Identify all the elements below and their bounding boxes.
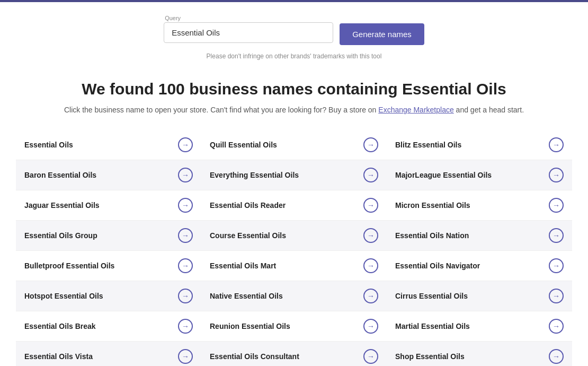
list-item[interactable]: Martial Essential Oils→ [387, 311, 572, 342]
arrow-right-icon: → [363, 289, 378, 303]
arrow-right-icon: → [178, 198, 193, 213]
results-header: We found 100 business names containing E… [0, 64, 588, 119]
arrow-right-icon: → [178, 289, 193, 303]
business-name: Essential Oils Nation [395, 231, 469, 240]
business-name: Essential Oils Group [24, 231, 97, 240]
arrow-right-icon: → [178, 319, 193, 334]
search-input[interactable] [164, 22, 333, 43]
disclaimer-text: Please don't infringe on other brands' t… [0, 53, 588, 64]
list-item[interactable]: Jaguar Essential Oils→ [16, 190, 201, 221]
list-item[interactable]: Baron Essential Oils→ [16, 160, 201, 190]
results-subtitle: Click the business name to open your sto… [11, 106, 577, 114]
list-item[interactable]: Native Essential Oils→ [201, 281, 387, 311]
business-name: MajorLeague Essential Oils [395, 171, 492, 179]
arrow-right-icon: → [178, 349, 193, 364]
business-name: Cirrus Essential Oils [395, 292, 468, 300]
arrow-right-icon: → [549, 198, 564, 213]
results-title: We found 100 business names containing E… [11, 80, 577, 98]
arrow-right-icon: → [549, 349, 564, 364]
business-name: Essential Oils Navigator [395, 262, 480, 270]
business-name: Martial Essential Oils [395, 322, 470, 330]
arrow-right-icon: → [549, 228, 564, 243]
list-item[interactable]: Hotspot Essential Oils→ [16, 281, 201, 311]
search-section: Query Generate names [0, 2, 588, 49]
list-item[interactable]: MajorLeague Essential Oils→ [387, 160, 572, 190]
list-item[interactable]: Essential Oils Nation→ [387, 221, 572, 251]
generate-names-button[interactable]: Generate names [340, 23, 424, 45]
subtitle-after: and get a head start. [454, 106, 524, 114]
names-grid: Essential Oils→Quill Essential Oils→Blit… [0, 119, 588, 366]
arrow-right-icon: → [363, 168, 378, 182]
arrow-right-icon: → [549, 319, 564, 334]
arrow-right-icon: → [178, 258, 193, 273]
arrow-right-icon: → [363, 228, 378, 243]
list-item[interactable]: Bulletproof Essential Oils→ [16, 251, 201, 281]
business-name: Bulletproof Essential Oils [24, 262, 114, 270]
list-item[interactable]: Essential Oils→ [16, 130, 201, 160]
list-item[interactable]: Essential Oils Navigator→ [387, 251, 572, 281]
arrow-right-icon: → [363, 349, 378, 364]
list-item[interactable]: Essential Oils Group→ [16, 221, 201, 251]
business-name: Blitz Essential Oils [395, 141, 461, 149]
list-item[interactable]: Cirrus Essential Oils→ [387, 281, 572, 311]
query-wrapper: Query [164, 15, 333, 43]
list-item[interactable]: Essential Oils Consultant→ [201, 342, 387, 366]
list-item[interactable]: Essential Oils Break→ [16, 311, 201, 342]
business-name: Essential Oils [24, 141, 73, 149]
subtitle-before: Click the business name to open your sto… [64, 106, 378, 114]
arrow-right-icon: → [363, 198, 378, 213]
business-name: Essential Oils Mart [210, 262, 276, 270]
list-item[interactable]: Everything Essential Oils→ [201, 160, 387, 190]
list-item[interactable]: Reunion Essential Oils→ [201, 311, 387, 342]
arrow-right-icon: → [549, 168, 564, 182]
list-item[interactable]: Quill Essential Oils→ [201, 130, 387, 160]
arrow-right-icon: → [549, 258, 564, 273]
arrow-right-icon: → [178, 168, 193, 182]
exchange-marketplace-link[interactable]: Exchange Marketplace [378, 106, 453, 114]
business-name: Essential Oils Vista [24, 352, 93, 361]
business-name: Essential Oils Break [24, 322, 96, 330]
business-name: Micron Essential Oils [395, 201, 470, 210]
list-item[interactable]: Micron Essential Oils→ [387, 190, 572, 221]
business-name: Jaguar Essential Oils [24, 201, 100, 210]
list-item[interactable]: Essential Oils Vista→ [16, 342, 201, 366]
list-item[interactable]: Essential Oils Reader→ [201, 190, 387, 221]
arrow-right-icon: → [549, 289, 564, 303]
arrow-right-icon: → [363, 137, 378, 152]
arrow-right-icon: → [178, 228, 193, 243]
arrow-right-icon: → [549, 137, 564, 152]
business-name: Essential Oils Reader [210, 201, 286, 210]
arrow-right-icon: → [363, 319, 378, 334]
business-name: Quill Essential Oils [210, 141, 277, 149]
business-name: Hotspot Essential Oils [24, 292, 103, 300]
business-name: Native Essential Oils [210, 292, 283, 300]
list-item[interactable]: Shop Essential Oils→ [387, 342, 572, 366]
business-name: Course Essential Oils [210, 231, 286, 240]
arrow-right-icon: → [178, 137, 193, 152]
business-name: Shop Essential Oils [395, 352, 465, 361]
list-item[interactable]: Course Essential Oils→ [201, 221, 387, 251]
business-name: Everything Essential Oils [210, 171, 299, 179]
list-item[interactable]: Blitz Essential Oils→ [387, 130, 572, 160]
business-name: Essential Oils Consultant [210, 352, 299, 361]
business-name: Baron Essential Oils [24, 171, 96, 179]
arrow-right-icon: → [363, 258, 378, 273]
business-name: Reunion Essential Oils [210, 322, 290, 330]
list-item[interactable]: Essential Oils Mart→ [201, 251, 387, 281]
query-label: Query [164, 15, 333, 21]
